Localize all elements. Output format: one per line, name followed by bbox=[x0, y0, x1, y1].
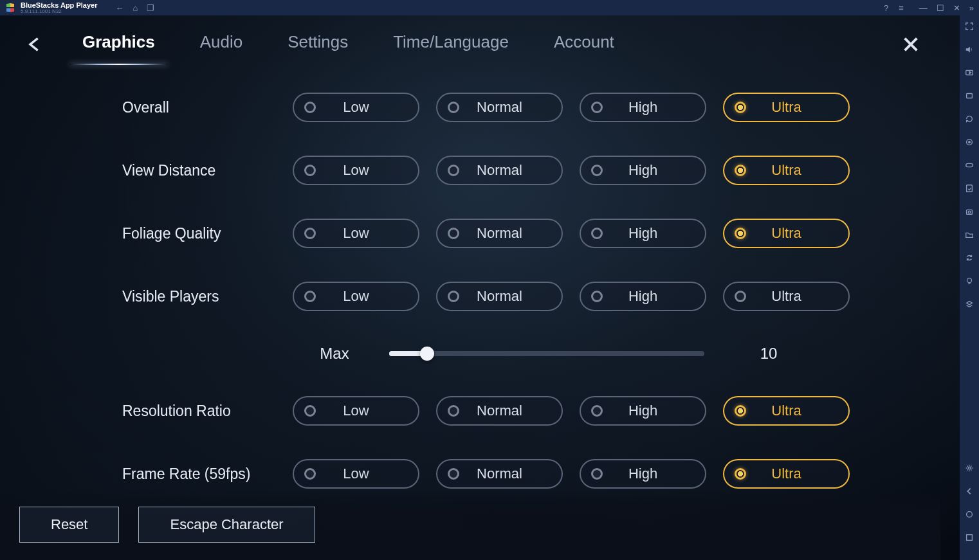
option-low[interactable]: Low bbox=[293, 219, 419, 248]
option-high[interactable]: High bbox=[580, 156, 706, 185]
setting-row-resolution-ratio: Resolution RatioLowNormalHighUltra bbox=[122, 396, 921, 426]
apk-icon[interactable] bbox=[964, 183, 975, 194]
option-low[interactable]: Low bbox=[293, 396, 419, 426]
option-label: High bbox=[591, 402, 695, 419]
recents-icon[interactable] bbox=[964, 532, 975, 543]
escape-character-button[interactable]: Escape Character bbox=[138, 507, 315, 543]
option-label: Ultra bbox=[735, 162, 838, 179]
lock-cursor-icon[interactable] bbox=[964, 90, 975, 102]
svg-rect-5 bbox=[967, 185, 973, 192]
gamepad-icon[interactable] bbox=[964, 159, 975, 171]
multi-instance-icon[interactable] bbox=[964, 298, 975, 310]
slider-track[interactable] bbox=[389, 351, 704, 356]
option-ultra[interactable]: Ultra bbox=[723, 219, 850, 248]
tab-settings[interactable]: Settings bbox=[288, 32, 348, 57]
close-icon[interactable] bbox=[901, 34, 921, 55]
tab-account[interactable]: Account bbox=[554, 32, 614, 57]
option-ultra[interactable]: Ultra bbox=[723, 156, 850, 185]
nav-recent-icon[interactable]: ❐ bbox=[147, 3, 154, 13]
option-label: High bbox=[591, 288, 695, 305]
nav-home-icon[interactable]: ⌂ bbox=[133, 3, 138, 13]
setting-label: Frame Rate (59fps) bbox=[122, 465, 293, 483]
game-settings-panel: Graphics Audio Settings Time/Language Ac… bbox=[0, 15, 960, 560]
option-ultra[interactable]: Ultra bbox=[723, 282, 850, 311]
option-normal[interactable]: Normal bbox=[436, 459, 563, 489]
screenshot-icon[interactable] bbox=[964, 206, 975, 217]
sync-icon[interactable] bbox=[964, 252, 975, 264]
nav-back-icon[interactable]: ← bbox=[115, 3, 124, 13]
option-high[interactable]: High bbox=[580, 459, 706, 489]
chevron-right-icon[interactable]: » bbox=[969, 3, 974, 13]
option-ultra[interactable]: Ultra bbox=[723, 459, 850, 489]
app-version: 5.9.111.1001 N32 bbox=[21, 8, 97, 14]
help-icon[interactable]: ? bbox=[884, 3, 888, 13]
option-label: Ultra bbox=[735, 99, 838, 116]
slider-thumb[interactable] bbox=[420, 347, 434, 361]
back-icon[interactable] bbox=[964, 485, 975, 497]
home-icon[interactable] bbox=[964, 509, 975, 520]
back-arrow-icon[interactable] bbox=[26, 35, 44, 53]
option-low[interactable]: Low bbox=[293, 282, 419, 311]
option-normal[interactable]: Normal bbox=[436, 219, 563, 248]
option-label: Low bbox=[304, 465, 408, 482]
setting-row-overall: OverallLowNormalHighUltra bbox=[122, 93, 921, 122]
titlebar: BlueStacks App Player 5.9.111.1001 N32 ←… bbox=[0, 0, 979, 15]
option-label: High bbox=[591, 225, 695, 242]
setting-row-view-distance: View DistanceLowNormalHighUltra bbox=[122, 156, 921, 185]
maximize-icon[interactable]: ☐ bbox=[937, 3, 944, 13]
option-label: Low bbox=[304, 162, 408, 179]
option-normal[interactable]: Normal bbox=[436, 282, 563, 311]
option-label: Low bbox=[304, 402, 408, 419]
tab-time-language[interactable]: Time/Language bbox=[393, 32, 509, 57]
option-label: High bbox=[591, 465, 695, 482]
option-label: High bbox=[591, 162, 695, 179]
mediafolder-icon[interactable] bbox=[964, 229, 975, 240]
option-low[interactable]: Low bbox=[293, 156, 419, 185]
option-normal[interactable]: Normal bbox=[436, 93, 563, 122]
rotate-icon[interactable] bbox=[964, 113, 975, 125]
option-label: Low bbox=[304, 99, 408, 116]
svg-rect-1 bbox=[967, 94, 973, 98]
option-ultra[interactable]: Ultra bbox=[723, 93, 850, 122]
setting-label: View Distance bbox=[122, 162, 293, 179]
option-label: Low bbox=[304, 225, 408, 242]
gear-icon[interactable] bbox=[964, 462, 975, 474]
setting-row-frame-rate-59fps-: Frame Rate (59fps)LowNormalHighUltra bbox=[122, 459, 921, 489]
option-ultra[interactable]: Ultra bbox=[723, 396, 850, 426]
option-high[interactable]: High bbox=[580, 396, 706, 426]
tab-audio[interactable]: Audio bbox=[200, 32, 243, 57]
footer: Reset Escape Character bbox=[0, 489, 940, 560]
option-label: Normal bbox=[448, 288, 551, 305]
option-normal[interactable]: Normal bbox=[436, 156, 563, 185]
location-icon[interactable] bbox=[964, 136, 975, 148]
option-label: Normal bbox=[448, 162, 551, 179]
option-label: Normal bbox=[448, 402, 551, 419]
minimize-icon[interactable]: — bbox=[919, 3, 928, 13]
reset-button[interactable]: Reset bbox=[19, 507, 119, 543]
svg-rect-6 bbox=[967, 210, 973, 214]
option-normal[interactable]: Normal bbox=[436, 396, 563, 426]
tab-graphics[interactable]: Graphics bbox=[82, 32, 155, 57]
svg-point-9 bbox=[968, 467, 971, 469]
option-low[interactable]: Low bbox=[293, 93, 419, 122]
setting-label: Resolution Ratio bbox=[122, 402, 293, 420]
menu-icon[interactable]: ≡ bbox=[899, 3, 904, 13]
option-high[interactable]: High bbox=[580, 219, 706, 248]
slider-label: Max bbox=[293, 345, 376, 363]
option-label: Normal bbox=[448, 99, 551, 116]
option-label: Normal bbox=[448, 225, 551, 242]
option-label: Normal bbox=[448, 465, 551, 482]
window-close-icon[interactable]: ✕ bbox=[953, 3, 960, 13]
option-high[interactable]: High bbox=[580, 282, 706, 311]
option-label: Ultra bbox=[735, 288, 838, 305]
volume-icon[interactable] bbox=[964, 44, 975, 55]
option-high[interactable]: High bbox=[580, 93, 706, 122]
bulb-icon[interactable] bbox=[964, 275, 975, 287]
svg-point-3 bbox=[969, 141, 971, 143]
fullscreen-icon[interactable] bbox=[964, 21, 975, 32]
svg-point-8 bbox=[967, 278, 972, 283]
setting-label: Foliage Quality bbox=[122, 225, 293, 242]
keymap-icon[interactable] bbox=[964, 67, 975, 78]
option-low[interactable]: Low bbox=[293, 459, 419, 489]
settings-tabs: Graphics Audio Settings Time/Language Ac… bbox=[82, 32, 614, 57]
